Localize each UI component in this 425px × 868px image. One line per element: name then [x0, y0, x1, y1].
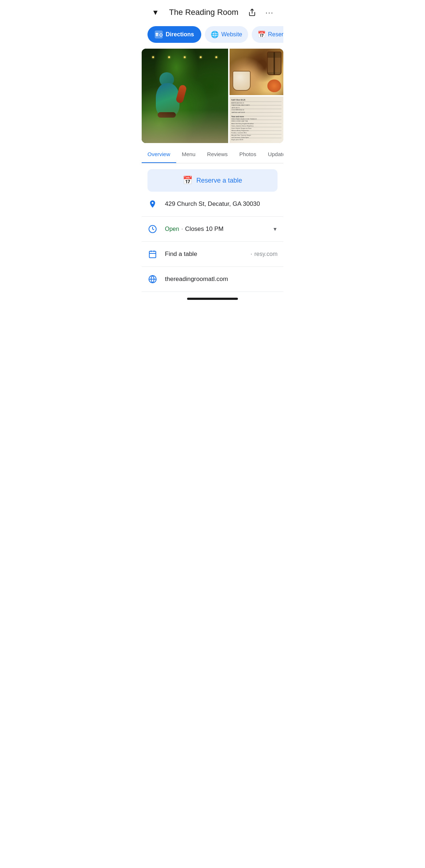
more-icon: ··· — [266, 8, 274, 17]
reservation-row[interactable]: Find a table · resy.com — [142, 242, 283, 267]
header: ▼ The Reading Room ··· — [142, 0, 283, 23]
closing-time: Closes 10 PM — [185, 225, 269, 233]
website-icon: 🌐 — [211, 30, 219, 38]
share-button[interactable] — [246, 6, 259, 19]
chevron-down-button[interactable]: ▼ — [149, 6, 162, 19]
website-url: thereadingroomatl.com — [165, 276, 278, 283]
separator: · — [181, 226, 183, 232]
tab-photos[interactable]: Photos — [234, 146, 262, 163]
reserve-button[interactable]: 📅 Reserve — [252, 26, 283, 43]
menu-photo[interactable]: Add'l Shot $4.25 AMERICANO $3.21 TRADITI… — [230, 97, 283, 143]
calendar-icon: 📅 — [258, 30, 266, 38]
website-row[interactable]: thereadingroomatl.com — [142, 267, 283, 292]
main-photo[interactable] — [142, 49, 228, 143]
home-indicator — [187, 298, 238, 300]
tab-overview[interactable]: Overview — [142, 146, 176, 163]
open-status: Open — [165, 226, 179, 232]
tab-menu[interactable]: Menu — [176, 146, 202, 163]
reservation-label: Find a table — [165, 250, 248, 258]
photo-grid[interactable]: Add'l Shot $4.25 AMERICANO $3.21 TRADITI… — [142, 49, 283, 143]
coffee-photo[interactable] — [230, 49, 283, 95]
reserve-calendar-icon: 📅 — [183, 176, 193, 185]
reserve-banner[interactable]: 📅 Reserve a table — [147, 169, 278, 192]
globe-icon — [147, 274, 158, 284]
address-text: 429 Church St, Decatur, GA 30030 — [165, 200, 278, 208]
hours-content: Open · Closes 10 PM ▼ — [165, 225, 278, 233]
directions-icon: ◇ — [155, 30, 163, 38]
hours-expand-icon[interactable]: ▼ — [272, 226, 278, 232]
address-row[interactable]: 429 Church St, Decatur, GA 30030 — [142, 192, 283, 217]
tab-updates[interactable]: Updates — [262, 146, 283, 163]
tabs-bar: Overview Menu Reviews Photos Updates — [142, 146, 283, 163]
more-button[interactable]: ··· — [263, 6, 276, 19]
clock-icon — [147, 224, 158, 234]
reservation-content: Find a table · resy.com — [165, 250, 278, 258]
share-icon — [248, 8, 256, 16]
tab-reviews[interactable]: Reviews — [201, 146, 234, 163]
side-photos: Add'l Shot $4.25 AMERICANO $3.21 TRADITI… — [230, 49, 283, 143]
nav-icon — [155, 32, 159, 37]
calendar-info-icon — [147, 249, 158, 259]
directions-button[interactable]: ◇ Directions — [147, 26, 201, 43]
location-icon — [147, 199, 158, 209]
info-section: 📅 Reserve a table 429 Church St, Decatur… — [142, 169, 283, 292]
bottom-bar — [142, 292, 283, 306]
reservation-separator: · — [251, 251, 252, 257]
website-button[interactable]: 🌐 Website — [205, 26, 248, 43]
page-title: The Reading Room — [162, 8, 246, 17]
action-buttons: ◇ Directions 🌐 Website 📅 Reserve — [142, 23, 283, 49]
hours-row[interactable]: Open · Closes 10 PM ▼ — [142, 217, 283, 242]
svg-rect-2 — [149, 251, 156, 258]
reservation-url: resy.com — [254, 251, 278, 257]
reserve-banner-label: Reserve a table — [196, 177, 242, 184]
